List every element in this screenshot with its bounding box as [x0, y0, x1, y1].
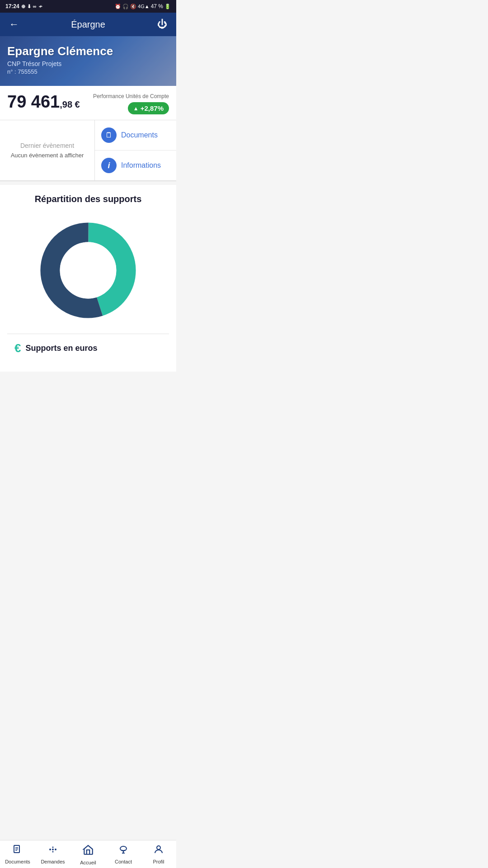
power-button[interactable]: ⏻ — [155, 17, 169, 32]
back-button[interactable]: ← — [7, 17, 21, 32]
app-header: ← Épargne ⏻ — [0, 13, 176, 36]
documents-icon: 🗒 — [101, 127, 117, 143]
donut-chart-container — [7, 212, 169, 334]
donut-chart — [34, 216, 142, 325]
page-title: Épargne — [71, 19, 105, 30]
battery-level: 47 % — [151, 3, 163, 9]
balance-right: Performance Unités de Compte ▲ +2,87% — [93, 93, 169, 114]
balance-cents: ,98 € — [60, 99, 80, 109]
hero-banner: Epargne Clémence CNP Trésor Projets n° :… — [0, 36, 176, 86]
account-name: Epargne Clémence — [7, 44, 169, 58]
performance-badge: ▲ +2,87% — [128, 102, 169, 114]
documents-action[interactable]: 🗒 Documents — [95, 120, 176, 151]
informations-label: Informations — [121, 161, 161, 170]
informations-action[interactable]: i Informations — [95, 151, 176, 180]
middle-section: Dernier évènement Aucun évènement à affi… — [0, 120, 176, 181]
supports-label: Supports en euros — [25, 344, 97, 353]
balance-amount: 79 461,98 € — [7, 93, 80, 110]
actions-column: 🗒 Documents i Informations — [95, 120, 176, 180]
last-event: Dernier évènement Aucun évènement à affi… — [0, 120, 95, 180]
perf-arrow-icon: ▲ — [133, 105, 139, 112]
status-bar: 17:24 ⊕ ⬇ ∞ ≁ ⏰ 🎧 🔇 4G▲ 47 % 🔋 — [0, 0, 176, 13]
repartition-title: Répartition des supports — [7, 194, 169, 204]
balance-main: 79 461 — [7, 92, 60, 111]
repartition-section: Répartition des supports € Supports en e… — [0, 185, 176, 372]
account-subtitle: CNP Trésor Projets — [7, 60, 169, 67]
last-event-label: Dernier évènement — [20, 142, 74, 149]
balance-section: 79 461,98 € Performance Unités de Compte… — [0, 86, 176, 120]
donut-inner-circle — [60, 242, 117, 299]
euro-icon: € — [14, 341, 21, 355]
performance-label: Performance Unités de Compte — [93, 93, 169, 99]
status-right: ⏰ 🎧 🔇 4G▲ 47 % 🔋 — [115, 3, 171, 9]
informations-icon: i — [101, 158, 117, 173]
account-number: n° : 755555 — [7, 68, 169, 75]
last-event-value: Aucun évènement à afficher — [11, 152, 84, 159]
status-time: 17:24 ⊕ ⬇ ∞ ≁ — [5, 3, 42, 9]
performance-value: +2,87% — [141, 104, 164, 112]
supports-section: € Supports en euros — [7, 334, 169, 363]
documents-label: Documents — [121, 131, 158, 139]
